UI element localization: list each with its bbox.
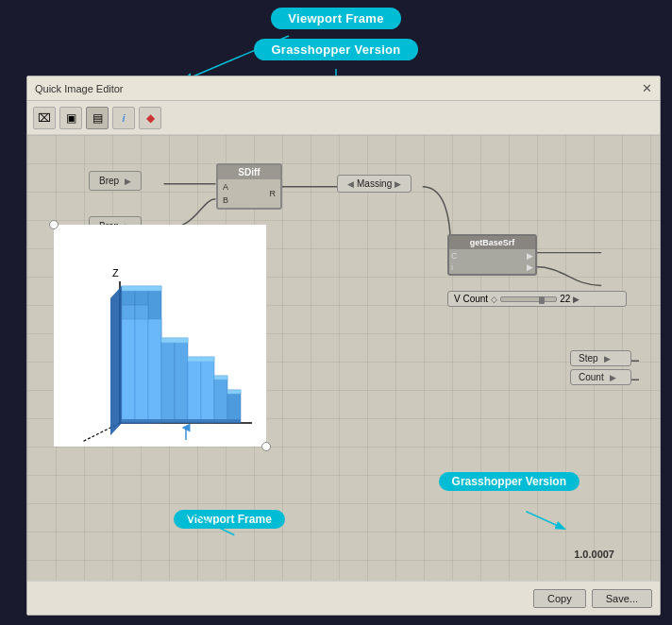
vcount-slider[interactable] — [500, 296, 557, 302]
svg-rect-14 — [148, 319, 161, 423]
count-label: Count — [579, 372, 604, 382]
viewport-container: Z — [54, 225, 266, 447]
save-button[interactable]: Save... — [592, 589, 652, 608]
vcount-label: V Count — [454, 294, 488, 304]
svg-rect-23 — [188, 357, 214, 362]
vcount-node[interactable]: V Count ◇ 22 ▶ — [447, 291, 627, 307]
info-button[interactable]: i — [112, 107, 135, 129]
vcount-right-port: ▶ — [573, 295, 580, 304]
erase-button[interactable]: ◆ — [139, 107, 161, 129]
sdiff-body: A B R — [218, 179, 280, 208]
dialog-titlebar: Quick Image Editor ✕ — [27, 76, 660, 101]
svg-line-31 — [526, 512, 563, 529]
dialog: Quick Image Editor ✕ ⌧ ▣ ▤ i ◆ — [26, 76, 661, 616]
sdiff-port-r: R — [267, 188, 279, 199]
dialog-bottombar: Copy Save... — [27, 581, 660, 615]
svg-rect-13 — [135, 319, 148, 423]
step-label: Step — [579, 353, 598, 363]
vcount-thumb[interactable] — [539, 296, 545, 304]
viewport-frame-badge-canvas: Viewport Frame — [174, 510, 285, 529]
sdiff-port-a: A — [220, 181, 231, 193]
getsrf-node[interactable]: getBaseSrf C i ▶ ▶ — [447, 234, 537, 276]
step-node[interactable]: Step ▶ — [570, 350, 631, 366]
svg-text:Z: Z — [112, 267, 119, 279]
sdiff-port-b: B — [220, 194, 231, 206]
viewport-frame-badge-top: Viewport Frame — [271, 8, 401, 29]
svg-rect-16 — [175, 338, 188, 423]
brep1-label: Brep — [99, 176, 119, 186]
getsrf-body: C i ▶ ▶ — [449, 249, 535, 274]
svg-rect-12 — [122, 319, 135, 423]
svg-rect-17 — [188, 357, 201, 423]
crop-tool-button[interactable]: ⌧ — [33, 107, 56, 129]
getsrf-port-c: C — [451, 251, 458, 261]
svg-rect-20 — [227, 390, 241, 423]
screen-button[interactable]: ▣ — [59, 107, 82, 129]
svg-rect-21 — [122, 286, 161, 291]
brep-node-1[interactable]: Brep ▶ — [89, 171, 142, 191]
grasshopper-version-badge-canvas: Grasshopper Version — [439, 472, 580, 491]
getsrf-out-port2: ▶ — [527, 262, 533, 272]
svg-rect-15 — [161, 338, 175, 423]
corner-dot-br — [261, 442, 271, 451]
svg-rect-22 — [161, 338, 188, 343]
sdiff-left-ports: A B — [220, 181, 231, 206]
sdiff-header: SDiff — [218, 165, 280, 179]
step-out: ▶ — [604, 354, 611, 363]
copy-button[interactable]: Copy — [533, 589, 586, 608]
massing-node[interactable]: ◀ Massing ▶ — [337, 175, 412, 193]
svg-marker-27 — [110, 286, 122, 435]
corner-dot-tl — [49, 220, 59, 229]
dialog-title: Quick Image Editor — [35, 83, 124, 94]
getsrf-port-i: i — [451, 262, 458, 272]
vcount-value: 22 — [560, 294, 570, 304]
getsrf-header: getBaseSrf — [449, 236, 535, 249]
count-node[interactable]: Count ▶ — [570, 369, 631, 385]
version-number: 1.0.0007 — [574, 549, 614, 560]
canvas-area: Brep ▶ Brep ▶ SDiff A B R ◀ Massing ▶ — [27, 135, 660, 581]
sdiff-node[interactable]: SDiff A B R — [216, 163, 282, 210]
count-out: ▶ — [610, 373, 616, 382]
getsrf-out-port: ▶ — [527, 251, 533, 261]
dialog-toolbar: ⌧ ▣ ▤ i ◆ — [27, 101, 660, 135]
svg-rect-18 — [201, 357, 214, 423]
grasshopper-version-badge-top: Grasshopper Version — [254, 39, 417, 60]
svg-rect-19 — [214, 376, 227, 423]
massing-label: Massing — [357, 178, 392, 189]
svg-rect-25 — [227, 390, 241, 394]
svg-rect-24 — [214, 376, 227, 380]
svg-rect-28 — [122, 419, 241, 423]
brep1-right-port: ▶ — [125, 177, 131, 186]
vcount-diamond: ◇ — [491, 295, 497, 304]
close-button[interactable]: ✕ — [642, 82, 652, 94]
viewport-svg: Z — [54, 225, 266, 447]
active-button[interactable]: ▤ — [86, 107, 109, 129]
